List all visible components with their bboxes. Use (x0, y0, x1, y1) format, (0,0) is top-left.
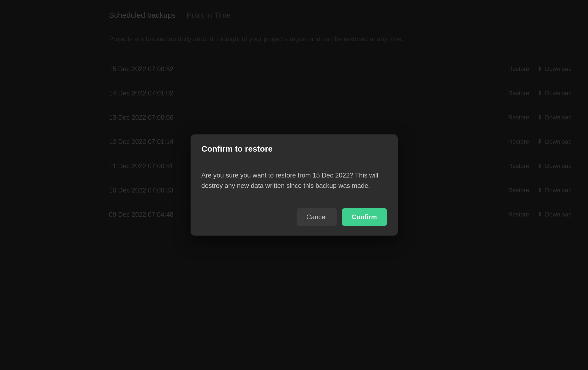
modal-message: Are you sure you want to restore from 15… (201, 170, 387, 191)
modal-overlay: Confirm to restore Are you sure you want… (0, 0, 588, 370)
modal-header: Confirm to restore (191, 134, 398, 160)
modal-footer: Cancel Confirm (191, 202, 398, 236)
modal-body: Are you sure you want to restore from 15… (191, 160, 398, 202)
confirm-restore-modal: Confirm to restore Are you sure you want… (191, 134, 398, 236)
modal-title: Confirm to restore (201, 144, 387, 154)
cancel-button[interactable]: Cancel (297, 208, 337, 226)
confirm-button[interactable]: Confirm (342, 208, 387, 226)
